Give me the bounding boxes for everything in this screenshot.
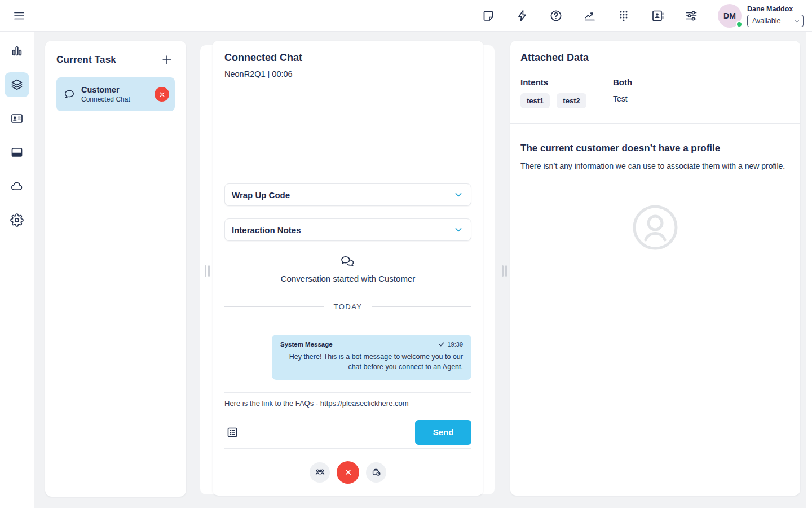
cloud-icon[interactable]: [5, 174, 29, 199]
chat-action-row: [224, 461, 471, 484]
panel-divider: [510, 123, 800, 124]
end-task-button[interactable]: [155, 87, 169, 102]
compose-divider: [224, 392, 471, 393]
canned-responses-icon[interactable]: [224, 424, 240, 440]
day-divider: TODAY: [224, 303, 471, 311]
user-name: Dane Maddox: [747, 5, 804, 13]
chevron-down-icon: [453, 224, 464, 235]
end-chat-button[interactable]: [337, 461, 359, 484]
window-icon[interactable]: [5, 140, 29, 165]
user-box: DM Dane Maddox Available: [718, 0, 804, 32]
conversation-start-text: Conversation started with Customer: [281, 274, 415, 283]
interaction-notes-accordion[interactable]: Interaction Notes: [224, 218, 471, 241]
message-sender: System Message: [280, 341, 333, 348]
intents-label: Intents: [520, 77, 613, 87]
top-bar: DM Dane Maddox Available: [0, 0, 812, 32]
status-select[interactable]: Available: [747, 15, 804, 27]
settings-sliders-icon[interactable]: [674, 0, 708, 32]
quick-actions-icon[interactable]: [505, 0, 539, 32]
main-content: Current Task Customer Connected Chat Con…: [34, 32, 812, 508]
conversation-start-banner: Conversation started with Customer: [224, 255, 471, 283]
task-title: Customer: [81, 85, 155, 94]
connected-chat-panel: Connected Chat NeonR2Q1 | 00:06 Wrap Up …: [213, 41, 483, 496]
close-icon: [344, 468, 352, 476]
contact-card-icon[interactable]: [5, 106, 29, 131]
message-text: Hey there! This is a bot message to welc…: [280, 352, 463, 373]
tasks-layers-icon[interactable]: [5, 72, 29, 97]
message-time: 19:39: [447, 341, 463, 348]
topbar-icon-group: [471, 0, 708, 32]
both-label: Both: [613, 77, 632, 87]
gear-icon[interactable]: [5, 208, 29, 233]
wrap-up-code-accordion[interactable]: Wrap Up Code: [224, 183, 471, 206]
transfer-chat-button[interactable]: [310, 462, 330, 483]
actions-divider: [224, 448, 471, 449]
panel-resize-handle-right[interactable]: [502, 265, 507, 277]
left-nav-rail: [0, 32, 34, 508]
chat-bubbles-icon: [340, 255, 356, 269]
scrollbar-track[interactable]: [806, 32, 812, 508]
panel-resize-handle-left[interactable]: [205, 265, 210, 277]
current-task-panel: Current Task Customer Connected Chat: [45, 41, 186, 497]
avatar[interactable]: DM: [718, 4, 742, 28]
check-icon: [438, 341, 445, 348]
intent-chip: test2: [557, 93, 586, 108]
wrap-up-code-label: Wrap Up Code: [232, 190, 290, 200]
no-profile-text: There isn’t any information we can use t…: [520, 160, 785, 172]
message-input[interactable]: Here is the link to the FAQs - https://p…: [224, 399, 471, 411]
profile-placeholder-icon: [520, 204, 790, 251]
attached-data-panel: Attached Data Intents test1 test2 Both T…: [510, 41, 800, 496]
current-task-title: Current Task: [56, 54, 116, 65]
task-subtitle: Connected Chat: [81, 95, 155, 103]
chat-session-info: NeonR2Q1 | 00:06: [224, 69, 471, 78]
contacts-icon[interactable]: [641, 0, 674, 32]
chat-title: Connected Chat: [224, 52, 471, 64]
task-item-customer[interactable]: Customer Connected Chat: [56, 77, 175, 111]
attached-data-title: Attached Data: [520, 52, 790, 64]
archive-chat-button[interactable]: [366, 462, 386, 483]
no-profile-title: The current customer doesn’t have a prof…: [520, 143, 790, 154]
analytics-icon[interactable]: [573, 0, 607, 32]
add-task-button[interactable]: [159, 52, 175, 68]
system-message-bubble: System Message 19:39 Hey there! This is …: [272, 335, 471, 380]
day-divider-label: TODAY: [333, 303, 362, 311]
help-icon[interactable]: [539, 0, 573, 32]
interaction-notes-label: Interaction Notes: [232, 225, 301, 235]
chat-bubble-icon: [63, 88, 76, 100]
send-button[interactable]: Send: [415, 420, 471, 445]
stats-icon[interactable]: [5, 38, 29, 63]
notes-icon[interactable]: [471, 0, 505, 32]
intent-chip: test1: [520, 93, 550, 108]
chevron-down-icon: [453, 189, 464, 200]
online-status-dot: [736, 21, 743, 28]
dialpad-icon[interactable]: [607, 0, 641, 32]
close-icon: [158, 91, 166, 98]
both-value: Test: [613, 94, 632, 103]
avatar-initials: DM: [723, 11, 736, 20]
hamburger-menu-icon[interactable]: [9, 6, 29, 26]
